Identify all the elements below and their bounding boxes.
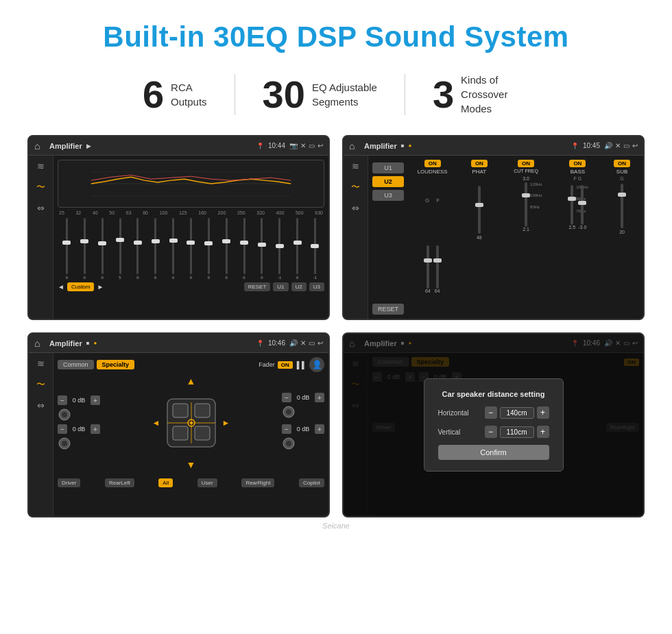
sidebar-wave-icon-2[interactable]: 〜	[351, 181, 360, 193]
eq-slider-7[interactable]: 0	[165, 218, 181, 280]
left-arrow[interactable]: ◄	[152, 418, 160, 428]
back-icon-2[interactable]: ↩	[632, 142, 638, 149]
minus-btn-bl[interactable]: −	[58, 424, 67, 434]
toggle-cutfreq[interactable]: ON	[518, 160, 534, 167]
vertical-minus[interactable]: −	[485, 426, 497, 438]
topbar-icons-2: 🔊 ✕ ▭ ↩	[604, 142, 638, 149]
horizontal-plus[interactable]: +	[537, 406, 549, 419]
minus-btn-br[interactable]: −	[282, 424, 291, 434]
u3-btn[interactable]: U3	[309, 282, 324, 291]
vertical-plus[interactable]: +	[537, 426, 549, 438]
toggle-bass[interactable]: ON	[569, 160, 586, 167]
confirm-button[interactable]: Confirm	[438, 445, 549, 460]
horizontal-minus[interactable]: −	[485, 406, 497, 419]
sidebar-eq-icon[interactable]: ≋	[37, 161, 45, 171]
screen3-main: Common Specialty Fader ON ▌▌ 👤 −	[53, 353, 328, 516]
record-icon: ■	[401, 143, 405, 149]
sidebar-arrow-icon-3[interactable]: ⇔	[37, 400, 45, 411]
vertical-input[interactable]	[500, 426, 534, 438]
eq-slider-2[interactable]: 0	[77, 218, 93, 280]
sidebar-wave-icon-3[interactable]: 〜	[36, 378, 45, 391]
driver-btn[interactable]: Driver	[58, 478, 80, 487]
right-arrow[interactable]: ►	[222, 418, 230, 428]
toggle-phat[interactable]: ON	[471, 160, 488, 167]
minus-btn-tr[interactable]: −	[282, 393, 291, 402]
eq-slider-3[interactable]: 0	[95, 218, 110, 280]
eq-slider-13[interactable]: -1	[272, 218, 287, 280]
back-icon-3[interactable]: ↩	[317, 339, 323, 347]
minimize-icon[interactable]: ▭	[309, 142, 315, 149]
u2-btn[interactable]: U2	[291, 282, 307, 291]
eq-slider-12[interactable]: 0	[254, 218, 269, 280]
screen1-time: 10:44	[268, 142, 285, 149]
preset-u2[interactable]: U2	[372, 176, 404, 187]
play-icon[interactable]: ▶	[86, 143, 91, 149]
camera-icon[interactable]: 📷	[289, 142, 298, 149]
user-btn[interactable]: User	[197, 478, 217, 487]
common-tab[interactable]: Common	[58, 360, 94, 369]
eq-slider-1[interactable]: 0	[59, 218, 75, 280]
toggle-loudness[interactable]: ON	[424, 160, 441, 167]
sidebar-arrow-icon[interactable]: ⇔	[37, 203, 45, 213]
eq-slider-11[interactable]: 0	[237, 218, 252, 280]
copilot-btn[interactable]: Copilot	[299, 478, 324, 487]
fader-on-badge[interactable]: ON	[278, 361, 293, 369]
eq-slider-9[interactable]: 0	[201, 218, 217, 280]
preset-u1[interactable]: U1	[372, 162, 404, 173]
car-diagram: ◄ ►	[160, 389, 222, 457]
plus-btn-tl[interactable]: +	[91, 395, 100, 405]
up-arrow[interactable]: ▲	[187, 376, 196, 387]
next-arrow[interactable]: ►	[97, 283, 104, 291]
eq-slider-15[interactable]: -1	[307, 218, 323, 280]
down-arrow[interactable]: ▼	[187, 459, 196, 470]
screen1-sidebar: ≋ 〜 ⇔	[29, 156, 53, 319]
home-icon-2[interactable]: ⌂	[349, 141, 360, 151]
plus-btn-bl[interactable]: +	[91, 424, 100, 434]
car-svg	[160, 389, 222, 457]
db-value-tl: 0 dB	[69, 397, 88, 404]
plus-btn-br[interactable]: +	[315, 424, 324, 434]
sidebar-eq-icon-3[interactable]: ≋	[37, 358, 45, 369]
preset-u3[interactable]: U3	[372, 190, 404, 201]
screenshots-grid: ⌂ Amplifier ▶ 📍 10:44 📷 ✕ ▭ ↩ ≋ 〜 ⇔	[27, 135, 645, 517]
custom-btn[interactable]: Custom	[67, 282, 95, 291]
all-btn[interactable]: All	[158, 478, 173, 487]
minimize-icon-3[interactable]: ▭	[309, 339, 315, 347]
rearleft-btn[interactable]: RearLeft	[105, 478, 134, 487]
toggle-sub[interactable]: ON	[614, 160, 630, 167]
eq-slider-5[interactable]: 0	[130, 218, 145, 280]
volume-icon[interactable]: 🔊	[604, 142, 612, 149]
prev-arrow[interactable]: ◄	[58, 283, 64, 291]
reset-amp-btn[interactable]: RESET	[372, 304, 404, 315]
sidebar-eq-icon-2[interactable]: ≋	[352, 161, 359, 171]
home-icon[interactable]: ⌂	[34, 141, 45, 151]
eq-slider-4[interactable]: 5	[112, 218, 128, 280]
back-icon[interactable]: ↩	[317, 142, 323, 149]
close-icon-3[interactable]: ✕	[300, 339, 306, 347]
close-icon[interactable]: ✕	[300, 142, 306, 149]
minus-btn-tl[interactable]: −	[58, 395, 67, 405]
screen1-topbar: ⌂ Amplifier ▶ 📍 10:44 📷 ✕ ▭ ↩	[29, 136, 328, 156]
home-icon-3[interactable]: ⌂	[34, 338, 45, 349]
eq-slider-14[interactable]: 0	[289, 218, 305, 280]
volume-icon-3[interactable]: 🔊	[289, 339, 298, 347]
minimize-icon-2[interactable]: ▭	[623, 142, 629, 149]
specialty-tab[interactable]: Specialty	[97, 360, 135, 369]
close-icon-2[interactable]: ✕	[615, 142, 621, 149]
sidebar-arrow-icon-2[interactable]: ⇔	[352, 203, 359, 213]
svg-rect-11	[173, 426, 188, 440]
eq-slider-8[interactable]: 0	[183, 218, 199, 280]
plus-btn-tr[interactable]: +	[315, 393, 324, 402]
eq-slider-10[interactable]: 0	[219, 218, 235, 280]
speaker-distance-dialog: Car speaker distance setting Horizontal …	[424, 378, 564, 472]
reset-btn[interactable]: RESET	[244, 282, 271, 291]
rearright-btn[interactable]: RearRight	[241, 478, 274, 487]
stat-crossover-desc: Kinds of Crossover Modes	[461, 73, 529, 116]
sidebar-wave-icon[interactable]: 〜	[36, 181, 45, 193]
horizontal-input[interactable]	[500, 407, 534, 419]
location-icon-2: 📍	[571, 143, 579, 149]
stat-eq-desc: EQ Adjustable Segments	[312, 80, 377, 109]
u1-btn[interactable]: U1	[273, 282, 288, 291]
eq-slider-6[interactable]: 0	[147, 218, 163, 280]
user-icon[interactable]: 👤	[309, 357, 324, 372]
